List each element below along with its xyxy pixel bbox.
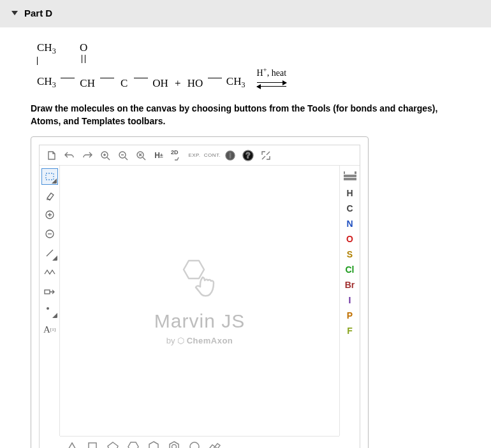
- editor-panel: H± 2D EXP. CONT. i ? A[1]: [31, 136, 369, 448]
- redo-button[interactable]: [79, 147, 96, 164]
- collapse-icon: [11, 11, 18, 15]
- cyclohexane-template[interactable]: [145, 439, 162, 448]
- part-title: Part D: [24, 8, 52, 18]
- svg-point-13: [172, 444, 177, 448]
- equilibrium-arrow-icon: [256, 80, 288, 90]
- selection-tool[interactable]: [41, 168, 58, 185]
- svg-rect-12: [89, 443, 96, 448]
- part-header[interactable]: Part D: [0, 0, 491, 27]
- branding-title: Marvin JS: [154, 310, 245, 332]
- atom-c-button[interactable]: C: [342, 201, 358, 216]
- triangle-template[interactable]: [64, 439, 80, 448]
- charge-plus-tool[interactable]: [41, 206, 58, 223]
- hydrogen-toggle-button[interactable]: H±: [150, 147, 167, 164]
- marvin-editor: H± 2D EXP. CONT. i ? A[1]: [39, 145, 360, 448]
- top-toolbar: H± 2D EXP. CONT. i ?: [40, 145, 360, 166]
- square-template[interactable]: [84, 439, 101, 448]
- pentagon-template[interactable]: [105, 439, 121, 448]
- clean-2d-button[interactable]: 2D: [168, 147, 185, 164]
- atom-n-button[interactable]: N: [342, 216, 358, 231]
- atoms-toolbar: HCNOSClBrIPF: [339, 166, 360, 436]
- svg-text:i: i: [229, 152, 231, 159]
- zoom-in-button[interactable]: [97, 147, 114, 164]
- atom-i-button[interactable]: I: [342, 293, 358, 308]
- contract-button[interactable]: CONT.: [204, 147, 221, 164]
- any-atom-tool[interactable]: A[1]: [41, 321, 58, 338]
- help-button[interactable]: ?: [240, 147, 256, 164]
- expand-button[interactable]: EXP.: [186, 147, 203, 164]
- radical-tool[interactable]: [41, 302, 58, 319]
- templates-toolbar: [60, 436, 339, 448]
- erase-tool[interactable]: [41, 187, 58, 204]
- zoom-out-button[interactable]: [115, 147, 131, 164]
- chair-template[interactable]: [207, 439, 223, 448]
- svg-text:?: ?: [246, 151, 250, 160]
- atom-p-button[interactable]: P: [342, 308, 358, 323]
- chain-tool[interactable]: [41, 264, 58, 280]
- tools-toolbar: A[1]: [40, 166, 60, 436]
- hexagon-template[interactable]: [125, 439, 142, 448]
- zoom-fit-button[interactable]: [133, 147, 149, 164]
- new-button[interactable]: [43, 147, 60, 164]
- svg-point-11: [47, 307, 49, 310]
- atom-cl-button[interactable]: Cl: [342, 262, 358, 277]
- atom-o-button[interactable]: O: [342, 231, 358, 247]
- atom-f-button[interactable]: F: [342, 323, 358, 338]
- atom-br-button[interactable]: Br: [342, 277, 358, 293]
- svg-point-14: [190, 442, 199, 448]
- branding-byline: by ⬡ ChemAxon: [166, 336, 233, 345]
- svg-rect-10: [45, 290, 50, 294]
- content-area: CH3 O CH3 CH C OH + HO CH3 H+, heat Draw…: [0, 27, 491, 448]
- fullscreen-button[interactable]: [258, 147, 274, 164]
- drawing-canvas[interactable]: Marvin JS by ⬡ ChemAxon: [60, 166, 339, 436]
- undo-button[interactable]: [61, 147, 78, 164]
- single-bond-tool[interactable]: [41, 245, 58, 261]
- periodic-table-button[interactable]: [342, 168, 358, 184]
- instructions-text: Draw the molecules on the canvas by choo…: [31, 103, 460, 127]
- charge-minus-tool[interactable]: [41, 226, 58, 242]
- heptagon-template[interactable]: [186, 439, 203, 448]
- reaction-equation: CH3 O CH3 CH C OH + HO CH3 H+, heat: [37, 41, 460, 90]
- atom-s-button[interactable]: S: [342, 247, 358, 262]
- canvas-placeholder-icon: [177, 257, 222, 301]
- reaction-arrow-tool[interactable]: [41, 283, 58, 300]
- benzene-template[interactable]: [166, 439, 182, 448]
- info-button[interactable]: i: [222, 147, 238, 164]
- atom-h-button[interactable]: H: [342, 185, 358, 201]
